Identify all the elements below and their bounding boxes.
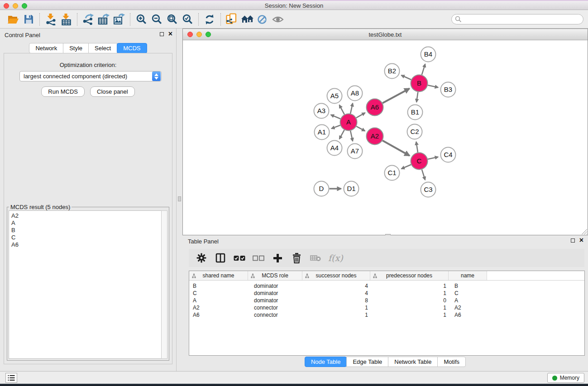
eye-icon[interactable] — [270, 12, 286, 27]
export-network-icon[interactable] — [81, 12, 96, 27]
float-table-panel-icon[interactable] — [571, 238, 575, 243]
home-icon[interactable] — [239, 12, 255, 27]
tab-mcds[interactable]: MCDS — [117, 43, 147, 53]
graph-node-C4[interactable]: C4 — [441, 148, 456, 162]
export-image-icon[interactable] — [111, 12, 127, 27]
table-tab-node-table[interactable]: Node Table — [305, 357, 347, 367]
graph-node-D[interactable]: D — [314, 181, 329, 196]
graph-node-B1[interactable]: B1 — [408, 105, 423, 120]
show-columns-icon[interactable] — [214, 251, 227, 265]
clone-network-icon[interactable] — [224, 12, 239, 27]
graph-edge-C-C2[interactable] — [416, 142, 418, 152]
float-panel-icon[interactable] — [160, 32, 164, 36]
table-row[interactable]: Cdominator41C — [189, 290, 584, 297]
tab-network[interactable]: Network — [29, 43, 63, 53]
delete-column-icon[interactable] — [290, 251, 303, 265]
table-tab-edge-table[interactable]: Edge Table — [346, 357, 388, 367]
close-panel-button[interactable]: Close panel — [90, 86, 135, 97]
import-network-icon[interactable] — [43, 12, 58, 27]
graph-edge-C-C4[interactable] — [428, 157, 438, 159]
delete-table-icon[interactable] — [309, 251, 322, 265]
table-row[interactable]: Bdominator41B — [189, 283, 584, 290]
panel-splitter[interactable] — [177, 29, 182, 371]
column-header-successor-nodes[interactable]: successor nodes — [302, 271, 370, 280]
export-table-icon[interactable] — [96, 12, 111, 27]
select-all-rows-icon[interactable] — [233, 251, 246, 265]
graph-node-A7[interactable]: A7 — [348, 144, 363, 159]
search-input[interactable] — [462, 15, 583, 24]
mcds-result-item[interactable]: A6 — [11, 241, 159, 248]
save-session-icon[interactable] — [21, 12, 36, 27]
column-header-predecessor-nodes[interactable]: predecessor nodes — [370, 271, 449, 280]
mcds-result-item[interactable]: A — [11, 219, 159, 227]
close-table-panel-icon[interactable]: × — [579, 238, 583, 243]
zoom-out-icon[interactable] — [149, 12, 164, 27]
table-settings-gear-icon[interactable] — [195, 251, 208, 265]
table-row[interactable]: A2connector11A2 — [189, 305, 584, 312]
graph-node-C1[interactable]: C1 — [385, 166, 400, 181]
tab-style[interactable]: Style — [63, 43, 89, 53]
open-file-icon[interactable] — [5, 12, 21, 27]
refresh-icon[interactable] — [202, 12, 217, 27]
deselect-all-rows-icon[interactable] — [252, 251, 265, 265]
graph-node-C[interactable]: C — [411, 153, 428, 170]
graph-node-D1[interactable]: D1 — [344, 181, 359, 196]
mcds-result-item[interactable]: A2 — [11, 212, 159, 219]
graph-node-B2[interactable]: B2 — [385, 64, 400, 79]
mcds-result-item[interactable]: B — [11, 227, 159, 234]
graph-edge-A-A2[interactable] — [356, 126, 365, 131]
graph-node-A1[interactable]: A1 — [315, 125, 330, 140]
table-tab-network-table[interactable]: Network Table — [388, 357, 438, 367]
close-panel-icon[interactable]: × — [168, 32, 172, 36]
graph-edge-A-A6[interactable] — [356, 113, 365, 118]
splitter-grip[interactable] — [178, 196, 181, 201]
column-header-shared-name[interactable]: shared name — [189, 271, 248, 280]
memory-button[interactable]: Memory — [547, 373, 584, 383]
graph-node-C2[interactable]: C2 — [407, 124, 422, 139]
graph-node-A5[interactable]: A5 — [327, 89, 342, 104]
graph-edge-A-A3[interactable] — [331, 115, 340, 119]
graph-node-A6[interactable]: A6 — [367, 99, 383, 116]
graph-edge-B-B2[interactable] — [402, 75, 411, 80]
graph-edge-B-B4[interactable] — [422, 64, 425, 75]
graph-edge-C-C1[interactable] — [402, 165, 411, 169]
table-row[interactable]: A6connector11A6 — [189, 312, 584, 319]
graph-node-A8[interactable]: A8 — [348, 86, 363, 101]
graph-edge-A-A7[interactable] — [350, 131, 353, 141]
result-scrollbar[interactable] — [161, 210, 167, 359]
tab-select[interactable]: Select — [88, 43, 117, 53]
import-table-icon[interactable] — [58, 12, 74, 27]
graph-node-A4[interactable]: A4 — [327, 141, 342, 156]
graph-node-A[interactable]: A — [340, 114, 357, 131]
network-canvas[interactable]: B4B2BB3B1A5A8A3A6AA1A2C2A4A7C4CC1C3DD1 — [183, 40, 588, 235]
graph-edge-B-B3[interactable] — [428, 85, 438, 87]
table-tab-motifs[interactable]: Motifs — [437, 357, 466, 367]
task-history-button[interactable] — [5, 373, 17, 383]
graph-edge-A6-B[interactable] — [382, 89, 409, 103]
mcds-result-item[interactable]: C — [11, 234, 159, 241]
column-header-name[interactable]: name — [449, 271, 487, 280]
add-column-icon[interactable] — [271, 251, 284, 265]
graph-node-B3[interactable]: B3 — [441, 82, 456, 97]
graph-edge-A2-C[interactable] — [382, 141, 410, 156]
graph-node-A2[interactable]: A2 — [367, 128, 383, 145]
column-header-MCDS-role[interactable]: MCDS role — [248, 271, 302, 280]
hide-graphics-details-icon[interactable] — [255, 12, 270, 27]
zoom-selected-icon[interactable] — [180, 12, 195, 27]
table-row[interactable]: Adominator80A — [189, 297, 584, 305]
graph-node-B4[interactable]: B4 — [421, 47, 436, 62]
graph-edge-A-A4[interactable] — [339, 130, 344, 139]
optimization-dropdown[interactable]: largest connected component (directed) — [19, 71, 162, 81]
graph-edge-A-A8[interactable] — [350, 103, 353, 114]
graph-edge-B-B1[interactable] — [416, 92, 418, 102]
graph-node-B[interactable]: B — [411, 75, 428, 92]
zoom-fit-icon[interactable] — [164, 12, 180, 27]
window-resize-grip[interactable] — [582, 229, 587, 234]
graph-edge-A-A1[interactable] — [331, 125, 340, 129]
graph-edge-A-A5[interactable] — [339, 105, 344, 114]
graph-node-C3[interactable]: C3 — [421, 182, 436, 197]
graph-node-A3[interactable]: A3 — [314, 104, 329, 119]
run-mcds-button[interactable]: Run MCDS — [41, 86, 85, 97]
zoom-in-icon[interactable] — [134, 12, 149, 27]
graph-edge-C-C3[interactable] — [422, 170, 425, 180]
